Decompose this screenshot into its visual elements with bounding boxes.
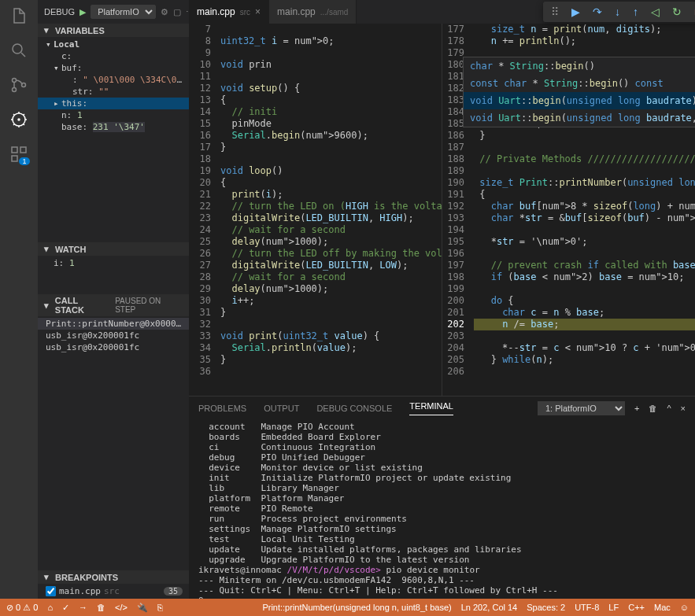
variable-row[interactable]: ▸this: <box>38 98 189 109</box>
status-pio-home-icon[interactable]: ⌂ <box>47 603 53 612</box>
svg-point-5 <box>18 119 20 120</box>
status-os[interactable]: Mac <box>654 603 671 612</box>
debug-config-select[interactable]: PlatformIO <box>91 5 156 19</box>
drag-handle-icon[interactable]: ⠿ <box>551 6 559 18</box>
panel-tab-debug-console[interactable]: DEBUG CONSOLE <box>316 404 392 413</box>
git-icon[interactable] <box>9 76 28 94</box>
status-build-icon[interactable]: ✓ <box>62 603 69 613</box>
editor-left[interactable]: 7891011121314151617181920212223242526272… <box>189 24 442 396</box>
kill-terminal-icon[interactable]: 🗑 <box>649 404 657 413</box>
panel-tab-output[interactable]: OUTPUT <box>264 404 299 413</box>
status-clean-icon[interactable]: 🗑 <box>97 603 105 612</box>
extensions-badge: 1 <box>19 157 30 165</box>
svg-rect-8 <box>12 156 17 161</box>
extensions-icon[interactable]: 1 <box>9 145 28 164</box>
debug-icon[interactable] <box>9 110 28 129</box>
watch-row[interactable]: i: 1 <box>38 257 189 269</box>
svg-rect-7 <box>20 147 26 153</box>
variables-section[interactable]: ▾VARIABLES <box>38 24 189 37</box>
terminal-output[interactable]: account Manage PIO Account boards Embedd… <box>189 420 695 599</box>
close-icon[interactable]: × <box>255 6 261 17</box>
tab-main-samd[interactable]: main.cpp.../samd <box>269 0 357 24</box>
status-lang[interactable]: C++ <box>628 603 645 612</box>
svg-point-0 <box>13 44 22 53</box>
close-panel-icon[interactable]: × <box>681 404 686 413</box>
svg-point-1 <box>13 79 17 83</box>
callstack-frame[interactable]: usb_isr@0x200001fc <box>38 341 189 353</box>
status-eol[interactable]: LF <box>608 603 619 612</box>
start-debug-icon[interactable]: ▶ <box>79 7 86 17</box>
status-terminal-icon[interactable]: ⎘ <box>157 603 163 612</box>
status-spaces[interactable]: Spaces: 2 <box>527 603 565 612</box>
files-icon[interactable] <box>9 6 28 25</box>
callstack-section[interactable]: ▾CALL STACKPAUSED ON STEP <box>38 294 189 316</box>
step-back-icon[interactable]: ◁ <box>651 6 660 18</box>
terminal-select[interactable]: 1: PlatformIO <box>538 401 625 415</box>
variables-body: ▾Local c: ▾buf: : " \001\000 \334C\00…st… <box>38 37 189 135</box>
status-serial-icon[interactable]: 🔌 <box>137 603 148 613</box>
intellisense-popup[interactable]: char * String::begin()const char * Strin… <box>463 57 695 127</box>
suggest-item[interactable]: void Uart::begin(unsigned long baudrate,… <box>464 109 695 127</box>
restart-icon[interactable]: ↻ <box>672 6 682 18</box>
variable-row[interactable]: ▾buf: <box>38 62 189 74</box>
new-terminal-icon[interactable]: + <box>634 404 639 413</box>
status-position[interactable]: Ln 202, Col 14 <box>461 603 518 612</box>
breakpoint-row[interactable]: main.cpp src 35 <box>38 585 189 597</box>
debug-console-icon[interactable]: ▢ <box>173 7 181 17</box>
status-function[interactable]: Print::printNumber(unsigned long n, uint… <box>262 603 451 612</box>
debug-toolbar: ⠿ ▶ ↷ ↓ ↑ ◁ ↻ ■ <box>543 2 695 22</box>
watch-section[interactable]: ▾WATCH <box>38 242 189 256</box>
panel-tab-terminal[interactable]: TERMINAL <box>409 401 453 415</box>
status-errors[interactable]: ⊘ 0 ⚠ 0 <box>6 603 38 613</box>
variable-row[interactable]: c: <box>38 50 189 62</box>
step-out-icon[interactable]: ↑ <box>633 6 638 18</box>
suggest-item[interactable]: char * String::begin() <box>464 57 695 75</box>
variable-row[interactable]: : " \001\000 \334C\00… <box>38 74 189 86</box>
callstack-frame[interactable]: usb_isr@0x200001fc <box>38 330 189 341</box>
tab-main-src[interactable]: main.cppsrc× <box>189 0 269 24</box>
maximize-panel-icon[interactable]: ^ <box>667 404 671 413</box>
breakpoint-checkbox[interactable] <box>46 586 56 596</box>
panel-tab-problems[interactable]: PROBLEMS <box>198 404 246 413</box>
breakpoints-section[interactable]: ▾BREAKPOINTS <box>38 570 189 584</box>
variable-row[interactable]: base: 231 '\347' <box>38 121 189 133</box>
variable-row[interactable]: n: 1 <box>38 109 189 121</box>
step-over-icon[interactable]: ↷ <box>593 6 602 18</box>
svg-point-2 <box>13 88 17 92</box>
suggest-item[interactable]: const char * String::begin() const <box>464 75 695 92</box>
variable-row[interactable]: str: "" <box>38 86 189 98</box>
svg-rect-6 <box>12 147 17 153</box>
continue-icon[interactable]: ▶ <box>571 6 580 18</box>
debug-header: DEBUG ▶ PlatformIO ⚙ ▢ ⋯ <box>38 0 189 24</box>
suggest-item[interactable]: void Uart::begin(unsigned long baudrate) <box>464 92 695 109</box>
step-into-icon[interactable]: ↓ <box>615 6 620 18</box>
status-upload-icon[interactable]: → <box>79 603 87 612</box>
gear-icon[interactable]: ⚙ <box>161 7 168 17</box>
status-code-icon[interactable]: </> <box>115 603 128 612</box>
status-feedback-icon[interactable]: ☺ <box>680 603 689 612</box>
callstack-frame[interactable]: Print::printNumber@0x000042ac <box>38 318 189 330</box>
status-encoding[interactable]: UTF-8 <box>575 603 599 612</box>
search-icon[interactable] <box>9 41 28 60</box>
